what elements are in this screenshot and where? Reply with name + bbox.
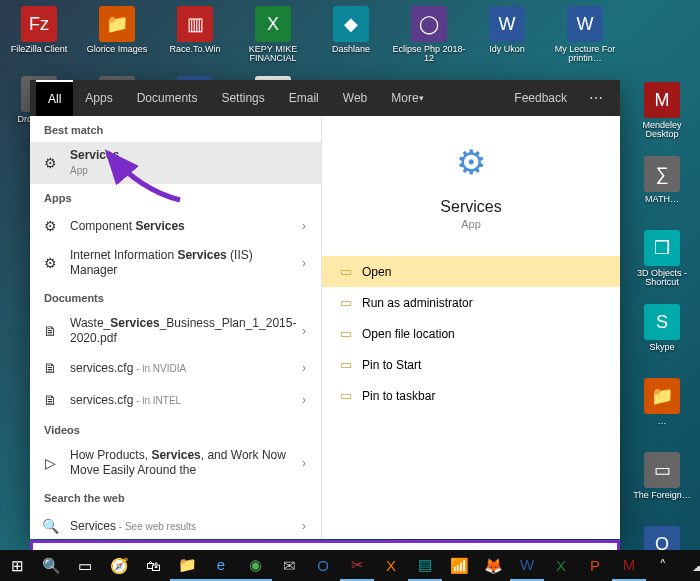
taskbar-word[interactable]: W xyxy=(510,550,544,581)
desktop-icon-label: My Lecture For printin… xyxy=(546,45,624,63)
gear-icon: ⚙ xyxy=(40,153,60,173)
desktop-icon-eclipse[interactable]: ◯ Eclipse Php 2018-12 xyxy=(390,4,468,74)
result-iis[interactable]: ⚙ Internet Information Services (IIS) Ma… xyxy=(30,242,321,284)
section-web: Search the web xyxy=(30,484,321,510)
desktop-icon-3d[interactable]: ❒ 3D Objects - Shortcut xyxy=(626,228,698,296)
system-tray[interactable]: ˄ ☁ xyxy=(646,557,700,575)
taskbar-mend-tb[interactable]: M xyxy=(612,550,646,581)
desktop-icon-mylecture[interactable]: W My Lecture For printin… xyxy=(546,4,624,74)
desktop-icon-label: Skype xyxy=(647,343,676,352)
action-pintb[interactable]: ▭ Pin to taskbar xyxy=(322,380,620,411)
desktop-icon-idyukon[interactable]: W Idy Ukon xyxy=(468,4,546,74)
feedback-link[interactable]: Feedback xyxy=(502,80,579,116)
desktop-icon-label: Race.To.Win xyxy=(167,45,222,54)
desktop-icon-kepy[interactable]: X KEPY MIKE FINANCIAL xyxy=(234,4,312,74)
taskbar-explorer[interactable]: 📁 xyxy=(170,550,204,581)
tab-all[interactable]: All xyxy=(36,80,73,116)
action-pinstart[interactable]: ▭ Pin to Start xyxy=(322,349,620,380)
section-documents: Documents xyxy=(30,284,321,310)
desktop-icon-label: … xyxy=(656,417,669,426)
desktop-icon-math[interactable]: ∑ MATH… xyxy=(626,154,698,222)
action-label: Open file location xyxy=(362,327,455,341)
options-icon[interactable]: ⋯ xyxy=(579,90,614,106)
tab-email[interactable]: Email xyxy=(277,80,331,116)
taskbar-firefox[interactable]: 🦊 xyxy=(476,550,510,581)
desktop-icon-glorice[interactable]: 📁 Glorice Images xyxy=(78,4,156,74)
tab-settings[interactable]: Settings xyxy=(209,80,276,116)
desktop-icon-race[interactable]: ▥ Race.To.Win xyxy=(156,4,234,74)
section-apps: Apps xyxy=(30,184,321,210)
chevron-right-icon: › xyxy=(297,256,311,270)
tab-web[interactable]: Web xyxy=(331,80,379,116)
action-icon: ▭ xyxy=(340,357,362,372)
dashlane-icon: ◆ xyxy=(333,6,369,42)
tray-onedrive-icon[interactable]: ☁ xyxy=(682,557,700,575)
desktop-icon-skype[interactable]: S Skype xyxy=(626,302,698,370)
glorice-icon: 📁 xyxy=(99,6,135,42)
idyukon-icon: W xyxy=(489,6,525,42)
taskbar-taskview[interactable]: ▭ xyxy=(68,550,102,581)
action-icon: ▭ xyxy=(340,295,362,310)
preview-title: Services xyxy=(440,198,501,216)
preview-pane: ⚙ Services App ▭ Open ▭ Run as administr… xyxy=(322,116,620,539)
taskbar-search[interactable]: 🔍 xyxy=(34,550,68,581)
desktop-icon-label: Mendeley Desktop xyxy=(626,121,698,139)
app-icon: ⚙ xyxy=(40,253,60,273)
desktop-icon-mendeley[interactable]: M Mendeley Desktop xyxy=(626,80,698,148)
tab-more[interactable]: More xyxy=(379,80,435,116)
result-cfg-intel[interactable]: 🗎 services.cfg - in INTEL › xyxy=(30,384,321,416)
mendeley-icon: M xyxy=(644,82,680,118)
result-cfg-nvidia[interactable]: 🗎 services.cfg - in NVIDIA › xyxy=(30,352,321,384)
taskbar-store[interactable]: 🛍 xyxy=(136,550,170,581)
taskbar-network[interactable]: 📶 xyxy=(442,550,476,581)
desktop-icon-label: Eclipse Php 2018-12 xyxy=(390,45,468,63)
taskbar-xampp[interactable]: X xyxy=(374,550,408,581)
desktop-icon-label: Glorice Images xyxy=(85,45,150,54)
taskbar-snip[interactable]: ✂ xyxy=(340,550,374,581)
race-icon: ▥ xyxy=(177,6,213,42)
action-openloc[interactable]: ▭ Open file location xyxy=(322,318,620,349)
chevron-right-icon: › xyxy=(297,219,311,233)
taskbar-note[interactable]: ▤ xyxy=(408,550,442,581)
action-icon: ▭ xyxy=(340,388,362,403)
app-icon: ⚙ xyxy=(40,216,60,236)
taskbar: ⊞🔍▭🧭🛍📁e◉✉O✂X▤📶🦊WXPM ˄ ☁ xyxy=(0,550,700,581)
filezilla-icon: Fz xyxy=(21,6,57,42)
folder1-icon: 📁 xyxy=(644,378,680,414)
taskbar-mail[interactable]: ✉ xyxy=(272,550,306,581)
desktop-icon-label: The Foreign… xyxy=(631,491,693,500)
skype-icon: S xyxy=(644,304,680,340)
result-component-services[interactable]: ⚙ Component Services › xyxy=(30,210,321,242)
taskbar-safari[interactable]: 🧭 xyxy=(102,550,136,581)
taskbar-ppt[interactable]: P xyxy=(578,550,612,581)
action-label: Pin to taskbar xyxy=(362,389,435,403)
tab-apps[interactable]: Apps xyxy=(73,80,124,116)
search-icon: 🔍 xyxy=(40,516,60,536)
taskbar-chrome[interactable]: ◉ xyxy=(238,550,272,581)
result-web[interactable]: 🔍 Services - See web results › xyxy=(30,510,321,539)
video-icon: ▷ xyxy=(40,453,60,473)
taskbar-excel[interactable]: X xyxy=(544,550,578,581)
desktop-icon-foreign[interactable]: ▭ The Foreign… xyxy=(626,450,698,518)
desktop-icon-dashlane[interactable]: ◆ Dashlane xyxy=(312,4,390,74)
tab-documents[interactable]: Documents xyxy=(125,80,210,116)
desktop-icon-label: FileZilla Client xyxy=(9,45,70,54)
desktop-icon-label: Dashlane xyxy=(330,45,372,54)
desktop-icon-label: MATH… xyxy=(643,195,681,204)
result-waste-pdf[interactable]: 🗎 Waste_Services_Business_Plan_1_2015-20… xyxy=(30,310,321,352)
chevron-right-icon: › xyxy=(297,456,311,470)
desktop-icon-filezilla[interactable]: Fz FileZilla Client xyxy=(0,4,78,74)
result-video[interactable]: ▷ How Products, Services, and Work Now M… xyxy=(30,442,321,484)
tray-chevron-icon[interactable]: ˄ xyxy=(646,557,680,575)
desktop-icon-folder1[interactable]: 📁 … xyxy=(626,376,698,444)
taskbar-start[interactable]: ⊞ xyxy=(0,550,34,581)
result-services-app[interactable]: ⚙ ServicesApp xyxy=(30,142,321,184)
taskbar-outlook[interactable]: O xyxy=(306,550,340,581)
action-open[interactable]: ▭ Open xyxy=(322,256,620,287)
action-runas[interactable]: ▭ Run as administrator xyxy=(322,287,620,318)
action-icon: ▭ xyxy=(340,264,362,279)
document-icon: 🗎 xyxy=(40,390,60,410)
preview-actions: ▭ Open ▭ Run as administrator ▭ Open fil… xyxy=(322,256,620,411)
document-icon: 🗎 xyxy=(40,358,60,378)
taskbar-edge[interactable]: e xyxy=(204,550,238,581)
